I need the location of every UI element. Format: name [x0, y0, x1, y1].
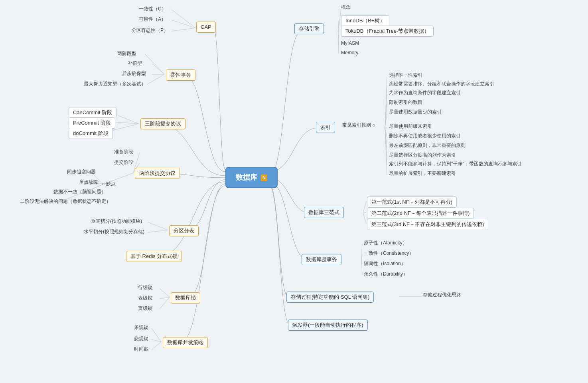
stored-proc-node: 存储过程(特定功能的 SQL 语句集) [286, 292, 374, 303]
partition-vertical: 垂直切分(按照功能模块) [91, 218, 142, 225]
svg-line-8 [385, 104, 387, 128]
svg-line-4 [338, 32, 339, 54]
svg-line-9 [385, 113, 387, 128]
svg-line-42 [148, 230, 168, 232]
concurrency-node: 数据库并发策略 [163, 337, 208, 348]
normal-form-node: 数据库三范式 [304, 207, 344, 218]
tx-isolation: 隔离性（Isolation） [364, 260, 406, 267]
svg-line-5 [385, 77, 387, 128]
storage-memory: Memory [341, 50, 358, 56]
index-dot [373, 124, 375, 127]
index-rule-11: 尽量的扩展索引，不要新建索引 [389, 170, 456, 177]
svg-line-22 [361, 260, 362, 275]
svg-line-27 [145, 54, 164, 74]
svg-line-47 [152, 339, 161, 342]
svg-line-25 [172, 20, 195, 28]
two-defect-label: 缺点 [102, 181, 116, 187]
svg-line-45 [160, 297, 170, 309]
index-rule-3: 为常作为查询条件的字段建立索引 [389, 89, 461, 96]
cap-node: CAP [196, 22, 216, 33]
two-unsolvable: 二阶段无法解决的问题（数据状态不确定） [20, 198, 111, 205]
soft-transaction-node: 柔性事务 [166, 69, 195, 81]
lock-table: 表级锁 [138, 295, 152, 302]
two-inconsistent: 数据不一致（脑裂问题） [53, 189, 106, 195]
nf1: 第一范式(1st NF－列都是不可再分) [367, 196, 457, 208]
redis-lock-node: 基于 Redis 分布式锁 [126, 251, 182, 262]
svg-line-7 [385, 94, 387, 128]
storage-tokudb: TokuDB（Fractal Tree-节点带数据） [341, 26, 434, 37]
svg-line-30 [147, 74, 164, 85]
tx-atomicity: 原子性（Atomicity） [364, 240, 407, 246]
center-node: 数据库 N [225, 167, 278, 188]
svg-line-14 [385, 128, 387, 165]
concurrency-pessimistic: 悲观锁 [134, 335, 148, 342]
index-rule-6: 尽量使用前缀来索引 [389, 123, 432, 130]
svg-line-17 [363, 212, 366, 213]
center-label: 数据库 N [225, 167, 278, 188]
svg-line-2 [338, 31, 339, 32]
concurrency-optimistic: 乐观锁 [134, 324, 148, 331]
tx-consistency: 一致性（Consistency） [364, 250, 414, 257]
db-lock-node: 数据库锁 [171, 292, 200, 304]
soft-notify: 最大努力通知型（多次尝试） [84, 81, 146, 87]
stored-proc-child: 存储过程优化思路 [423, 292, 461, 298]
three-can: CanCommit 阶段 [69, 107, 116, 118]
index-rule-7: 删除不再使用或者很少使用的索引 [389, 133, 461, 139]
cap-c: 一致性（C） [139, 6, 166, 12]
svg-line-6 [385, 85, 387, 128]
cap-a: 可用性（A） [139, 16, 166, 23]
soft-async: 异步确保型 [122, 70, 146, 77]
svg-line-16 [363, 201, 366, 213]
lock-page: 页级锁 [138, 305, 152, 312]
cap-p: 分区容忍性（P） [132, 27, 168, 34]
partition-node: 分区分表 [169, 225, 199, 236]
dot-defect [102, 183, 105, 185]
svg-line-0 [338, 9, 341, 32]
storage-innodb: InnoDB（B+树） [341, 15, 389, 26]
svg-line-1 [338, 21, 339, 32]
nf2: 第二范式(2nd NF－每个表只描述一件事情) [367, 208, 474, 219]
svg-line-26 [172, 28, 195, 31]
partition-horizontal: 水平切分(按照规则划分存储) [84, 228, 144, 235]
index-rule-9: 尽量选择区分度高的列作为索引 [389, 152, 456, 159]
svg-line-44 [160, 297, 170, 299]
two-single-point: 单点故障 [79, 179, 98, 186]
two-prepare: 准备阶段 [114, 149, 133, 155]
index-rule-10: 索引列不能参与计算，保持列"干净"：带函数的查询不参与索引 [389, 161, 522, 167]
trigger-node: 触发器(一段能自动执行的程序) [288, 319, 368, 331]
svg-line-43 [160, 288, 170, 297]
index-rule-5: 尽量使用数据量少的索引 [389, 109, 442, 115]
lock-row: 行级锁 [138, 284, 152, 291]
svg-line-19 [361, 244, 362, 260]
two-phase-node: 两阶段提交协议 [135, 168, 180, 179]
svg-line-3 [338, 32, 339, 44]
storage-myiasm: MyIASM [341, 40, 359, 46]
svg-line-24 [172, 10, 195, 28]
storage-concept: 概念 [341, 4, 351, 11]
svg-line-46 [152, 328, 161, 342]
svg-line-28 [152, 64, 164, 74]
svg-line-21 [361, 260, 362, 264]
two-sync-block: 同步阻塞问题 [67, 169, 96, 175]
index-rule-4: 限制索引的数目 [389, 99, 422, 106]
soft-compensate: 补偿型 [128, 60, 142, 67]
storage-engine-node: 存储引擎 [294, 23, 324, 34]
index-principle-label: 常见索引原则 [342, 122, 377, 129]
svg-line-20 [361, 254, 362, 260]
three-phase-node: 三阶段提交协议 [140, 118, 185, 129]
svg-line-48 [152, 342, 161, 350]
index-rule-2: 为经常需要排序、分组和联合操作的字段建立索引 [389, 81, 494, 87]
index-rule-8: 最左前缀匹配原则，非常重要的原则 [389, 142, 466, 149]
svg-line-41 [148, 222, 168, 230]
svg-line-13 [385, 128, 387, 157]
nf3: 第三范式(3rd NF－不存在对非主键列的传递依赖) [367, 219, 488, 230]
svg-line-12 [385, 128, 387, 147]
svg-line-11 [385, 128, 387, 137]
tx-durability: 永久性（Durability） [364, 271, 408, 278]
index-rule-1: 选择唯一性索引 [389, 72, 422, 79]
two-commit: 提交阶段 [114, 159, 133, 166]
three-pre: PreCommit 阶段 [69, 117, 115, 129]
three-do: doCommit 阶段 [69, 128, 113, 139]
db-transaction-node: 数据库是事务 [302, 254, 341, 265]
soft-two-phase: 两阶段型 [117, 50, 136, 57]
